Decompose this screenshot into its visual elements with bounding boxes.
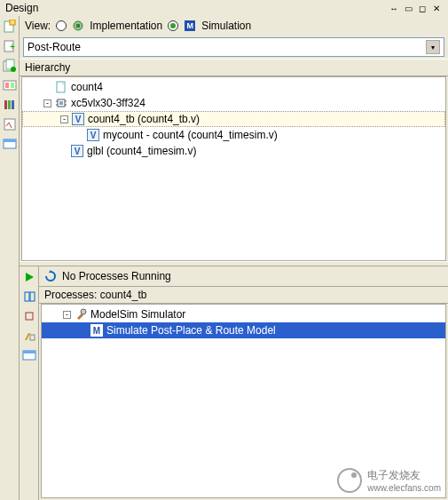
expand-toggle[interactable]: - xyxy=(60,115,68,123)
svg-rect-27 xyxy=(26,313,33,320)
svg-rect-17 xyxy=(76,24,80,28)
sim-setup-icon[interactable] xyxy=(3,78,17,92)
hierarchy-header: Hierarchy xyxy=(20,59,448,76)
add-copy-icon[interactable] xyxy=(3,59,17,73)
svg-rect-25 xyxy=(25,292,29,301)
tree-row[interactable]: -Vcount4_tb (count4_tb.v) xyxy=(22,111,445,127)
svg-rect-12 xyxy=(12,100,14,109)
svg-rect-10 xyxy=(4,100,7,109)
tree-label: xc5vlx30-3ff324 xyxy=(71,97,145,109)
svg-rect-15 xyxy=(4,139,16,142)
proc-panel-icon[interactable] xyxy=(22,348,36,362)
cleanup-icon[interactable] xyxy=(22,329,36,343)
expand-toggle[interactable]: - xyxy=(63,311,71,319)
v-icon: V xyxy=(86,128,100,142)
undock-icon[interactable]: ↔ xyxy=(388,2,400,14)
process-row[interactable]: MSimulate Post-Place & Route Model xyxy=(42,322,445,338)
svg-rect-1 xyxy=(10,20,15,25)
svg-rect-28 xyxy=(30,335,35,340)
title-controls: ↔ ▭ ◻ ✕ xyxy=(388,2,443,14)
hierarchy-label: Hierarchy xyxy=(25,61,70,74)
rerun-icon[interactable] xyxy=(22,290,36,304)
tree-label: glbl (count4_timesim.v) xyxy=(87,145,196,157)
process-row[interactable]: -ModelSim Simulator xyxy=(42,306,445,322)
svg-point-31 xyxy=(81,309,86,314)
minimize-icon[interactable]: ▭ xyxy=(402,2,414,14)
processes-area: No Processes Running Processes: count4_t… xyxy=(20,266,448,500)
radio-implementation[interactable] xyxy=(56,20,67,31)
simulation-label: Simulation xyxy=(201,20,251,32)
refresh-icon[interactable] xyxy=(44,270,57,282)
sim-phase-dropdown[interactable]: Post-Route ▾ xyxy=(23,37,444,57)
panel-titlebar: Design ↔ ▭ ◻ ✕ xyxy=(0,0,448,17)
v-icon: V xyxy=(71,112,85,126)
tool-icon xyxy=(74,307,88,321)
add-source-icon[interactable]: + xyxy=(3,39,17,53)
implementation-label: Implementation xyxy=(90,20,162,32)
svg-rect-11 xyxy=(8,100,11,109)
tree-label: mycount - count4 (count4_timesim.v) xyxy=(103,129,278,141)
panel-title: Design xyxy=(5,2,38,14)
tree-label: count4_tb (count4_tb.v) xyxy=(88,113,200,125)
view-label: View: xyxy=(25,20,51,32)
svg-rect-9 xyxy=(11,83,14,88)
main-area: View: Implementation M Simulation Post-R… xyxy=(20,16,448,500)
tree-row[interactable]: count4 xyxy=(22,79,445,95)
process-status-row: No Processes Running xyxy=(39,266,448,287)
processes-header: Processes: count4_tb xyxy=(39,287,448,304)
processes-header-prefix: Processes: xyxy=(44,289,100,301)
process-main: No Processes Running Processes: count4_t… xyxy=(39,266,448,500)
watermark: 电子发烧友 www.elecfans.com xyxy=(337,468,441,493)
chevron-down-icon[interactable]: ▾ xyxy=(426,40,440,54)
svg-rect-30 xyxy=(23,351,35,353)
close-icon[interactable]: ✕ xyxy=(430,2,443,14)
simulation-icon: M xyxy=(184,20,196,32)
watermark-text: 电子发烧友 www.elecfans.com xyxy=(367,468,441,493)
tree-label: count4 xyxy=(71,81,103,93)
options-icon[interactable] xyxy=(3,117,17,131)
view-selector-row: View: Implementation M Simulation xyxy=(20,16,448,36)
hierarchy-tree[interactable]: count4-xc5vlx30-3ff324-Vcount4_tb (count… xyxy=(21,76,446,261)
m-icon: M xyxy=(90,323,104,337)
svg-rect-26 xyxy=(30,292,35,301)
svg-point-6 xyxy=(11,67,16,72)
run-icon[interactable] xyxy=(22,270,36,284)
process-status-text: No Processes Running xyxy=(62,270,171,282)
stop-icon[interactable] xyxy=(22,309,36,323)
left-toolbar: + xyxy=(0,16,20,500)
svg-text:+: + xyxy=(10,42,15,52)
chip-icon xyxy=(54,96,68,110)
watermark-logo-icon xyxy=(337,468,362,493)
process-toolbar xyxy=(20,266,39,500)
page-icon xyxy=(54,80,68,94)
tree-row[interactable]: -xc5vlx30-3ff324 xyxy=(22,95,445,111)
tree-row[interactable]: Vglbl (count4_timesim.v) xyxy=(22,143,445,159)
radio-simulation[interactable] xyxy=(168,20,178,31)
new-source-icon[interactable] xyxy=(3,20,17,34)
process-label: ModelSim Simulator xyxy=(90,308,185,321)
expand-toggle[interactable]: - xyxy=(43,99,51,107)
library-icon[interactable] xyxy=(3,98,17,112)
maximize-icon[interactable]: ◻ xyxy=(416,2,428,14)
svg-rect-20 xyxy=(59,101,63,105)
v-icon: V xyxy=(70,144,84,158)
svg-rect-8 xyxy=(5,83,9,88)
process-label: Simulate Post-Place & Route Model xyxy=(106,324,276,337)
panel-icon[interactable] xyxy=(3,137,17,151)
implementation-icon xyxy=(72,20,84,32)
tree-row[interactable]: Vmycount - count4 (count4_timesim.v) xyxy=(22,127,445,143)
processes-header-target: count4_tb xyxy=(100,289,147,301)
dropdown-value: Post-Route xyxy=(28,41,81,53)
